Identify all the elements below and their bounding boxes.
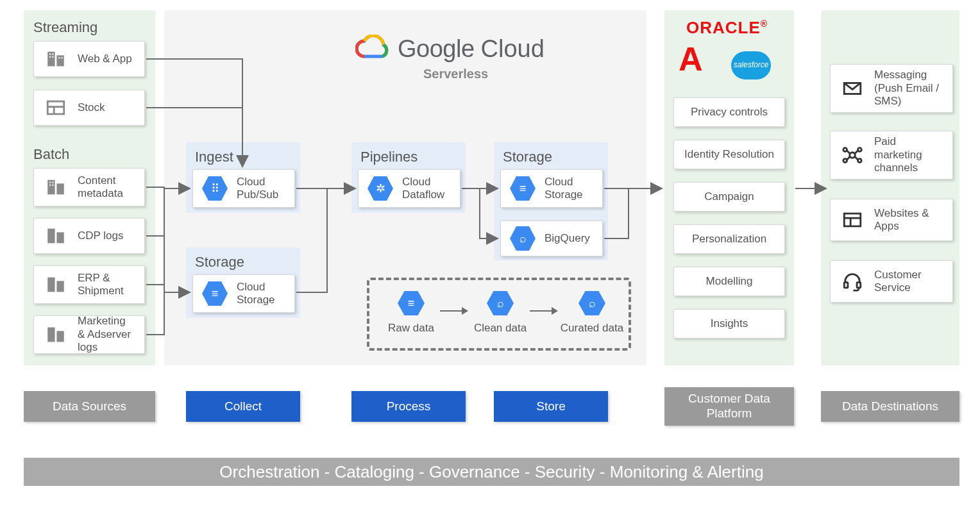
label: BigQuery [545, 232, 590, 245]
lane-destinations: Data Destinations [821, 391, 959, 422]
storage-icon: ≡ [510, 176, 536, 201]
legend-curated: ⌕Curated data [557, 290, 627, 335]
label: Stock [78, 101, 105, 114]
storage-icon: ≡ [202, 281, 228, 306]
service-cloud-storage-right: ≡ Cloud Storage [500, 169, 603, 208]
label: Paid marketing channels [874, 135, 943, 174]
service-bigquery: ⌕ BigQuery [500, 221, 603, 256]
building-icon [43, 272, 69, 297]
svg-rect-20 [56, 281, 63, 292]
heading-ingest: Ingest [195, 149, 233, 165]
label: CDP logs [78, 229, 124, 242]
label: Cloud Storage [545, 176, 593, 202]
label: Cloud Storage [237, 281, 285, 307]
svg-line-34 [854, 156, 858, 160]
building-icon [43, 174, 69, 200]
lane-store: Store [494, 391, 608, 422]
dest-websites-apps: Websites & Apps [830, 199, 953, 241]
label: Customer Service [874, 269, 943, 295]
label: Content metadata [78, 174, 135, 201]
dest-customer-service: Customer Service [830, 260, 953, 303]
google-word: Google [398, 35, 475, 63]
label: Marketing & Adserver logs [78, 315, 135, 354]
svg-rect-38 [844, 282, 848, 288]
building-icon [43, 322, 69, 347]
svg-rect-12 [56, 183, 63, 194]
lane-process: Process [351, 391, 466, 422]
label: Websites & Apps [874, 207, 943, 233]
cdp-modelling: Modelling [673, 267, 785, 296]
oracle-logo: ORACLE® [686, 18, 768, 38]
label: Privacy controls [691, 106, 768, 119]
heading-batch: Batch [33, 146, 69, 163]
label: Campaign [704, 190, 754, 203]
footer-bar: Orchestration - Cataloging - Governance … [24, 458, 959, 486]
network-icon [840, 142, 865, 168]
svg-rect-21 [47, 328, 55, 342]
label: Raw data [382, 322, 440, 335]
label: Personalization [692, 233, 766, 246]
dest-paid-channels: Paid marketing channels [830, 131, 953, 179]
service-cloud-storage-left: ≡ Cloud Storage [192, 274, 295, 313]
dest-messaging: Messaging (Push Email / SMS) [830, 64, 953, 113]
cdp-campaign: Campaign [673, 182, 785, 212]
cdp-insights: Insights [673, 309, 785, 338]
service-pubsub: ⠿ Cloud Pub/Sub [192, 169, 295, 208]
svg-rect-11 [47, 180, 55, 195]
adobe-logo: A [679, 42, 703, 76]
cloud-word: Cloud [481, 35, 545, 63]
pubsub-icon: ⠿ [202, 176, 228, 201]
svg-rect-5 [52, 56, 53, 58]
svg-rect-6 [58, 57, 60, 58]
bigquery-icon: ⌕ [510, 226, 536, 251]
svg-rect-7 [62, 57, 63, 58]
source-stock: Stock [33, 90, 145, 126]
svg-rect-16 [52, 185, 53, 186]
svg-rect-14 [52, 182, 53, 183]
label: Clean data [468, 322, 532, 335]
legend-clean: ⌕Clean data [468, 290, 532, 335]
google-cloud-subtitle: Serverless [423, 67, 488, 81]
lane-sources: Data Sources [24, 391, 155, 422]
label: Modelling [706, 275, 753, 288]
label: Web & App [78, 53, 132, 65]
service-dataflow: ✲ Cloud Dataflow [358, 169, 460, 208]
window-icon [840, 207, 865, 233]
svg-line-33 [847, 156, 851, 160]
label: Identity Resolution [684, 148, 774, 161]
label: Messaging (Push Email / SMS) [874, 69, 943, 108]
heading-pipelines: Pipelines [360, 149, 418, 165]
svg-rect-0 [47, 52, 55, 67]
building-icon [43, 223, 69, 249]
svg-rect-17 [47, 229, 55, 244]
svg-line-31 [847, 151, 851, 154]
svg-rect-39 [857, 282, 861, 288]
svg-rect-3 [52, 54, 53, 55]
cdp-personalization: Personalization [673, 224, 785, 254]
heading-storage-left: Storage [195, 254, 244, 271]
google-cloud-logo: Google Cloud [355, 35, 545, 63]
grid-icon [43, 95, 69, 121]
source-cdp-logs: CDP logs [33, 218, 145, 254]
cloud-icon [355, 35, 389, 63]
label: Cloud Dataflow [402, 176, 451, 202]
envelope-icon [840, 76, 865, 101]
dataflow-icon: ✲ [368, 176, 393, 201]
svg-rect-2 [49, 54, 51, 55]
svg-point-29 [843, 159, 847, 163]
cdp-identity: Identity Resolution [673, 140, 785, 169]
lane-collect: Collect [186, 391, 300, 422]
source-web-app: Web & App [33, 41, 145, 77]
source-erp-shipment: ERP & Shipment [33, 265, 145, 304]
label: Insights [711, 317, 748, 330]
heading-streaming: Streaming [33, 19, 97, 36]
svg-point-28 [858, 148, 862, 152]
salesforce-logo: salesforce [731, 51, 771, 79]
headset-icon [840, 269, 865, 294]
cdp-privacy: Privacy controls [673, 97, 785, 127]
source-content-metadata: Content metadata [33, 168, 145, 206]
svg-rect-35 [844, 213, 861, 226]
svg-line-32 [854, 151, 858, 154]
lane-cdp: Customer Data Platform [664, 387, 794, 426]
svg-rect-18 [56, 232, 63, 243]
